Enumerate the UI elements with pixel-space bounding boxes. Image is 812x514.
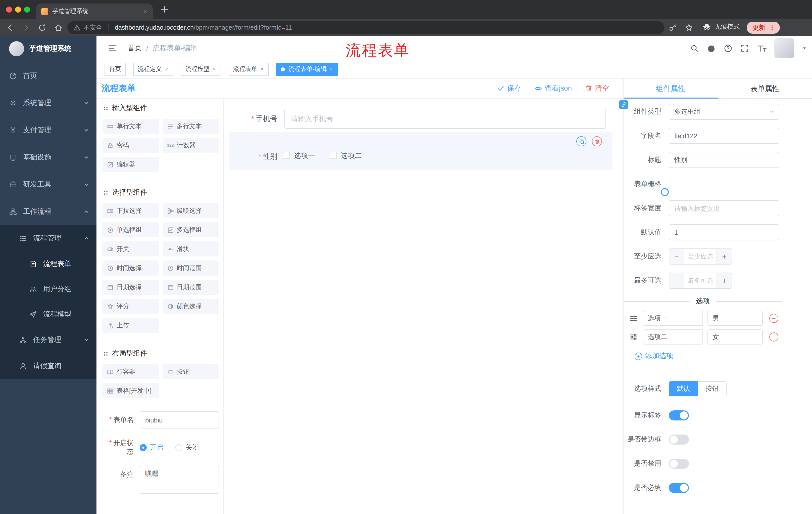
sidebar-item-leave-query[interactable]: 请假查询 [0, 353, 96, 379]
component-date-picker[interactable]: 日期选择 [103, 280, 159, 295]
avatar-caret-down-icon[interactable] [802, 46, 807, 51]
gender-option-label[interactable]: 选项二 [341, 152, 362, 160]
component-upload[interactable]: 上传 [103, 318, 159, 333]
tag-home[interactable]: 首页 [105, 63, 126, 76]
selected-field-gender[interactable]: 性别 选项一 选项二 [229, 132, 612, 170]
default-value-input[interactable] [669, 224, 779, 240]
browser-tab[interactable]: 芋道管理系统 [36, 3, 153, 19]
component-time-range[interactable]: 时间范围 [163, 261, 219, 276]
sidebar-item-process-model[interactable]: 流程模型 [0, 302, 96, 327]
sidebar-item-workflow[interactable]: 工作流程 [0, 198, 96, 225]
component-multi-line-text[interactable]: 多行文本 [163, 119, 219, 134]
tab-close-icon[interactable] [143, 9, 148, 14]
search-icon[interactable] [690, 44, 699, 53]
option-drag-handle-icon[interactable] [630, 314, 638, 322]
browser-update-button[interactable]: 更新 [747, 22, 780, 34]
component-table[interactable]: 表格[开发中] [103, 383, 159, 398]
component-slider[interactable]: 滑块 [163, 241, 219, 256]
option-value-input[interactable] [707, 329, 763, 345]
label-width-input[interactable] [669, 200, 779, 216]
border-toggle[interactable] [669, 435, 689, 444]
show-label-toggle[interactable] [669, 410, 689, 421]
sidebar-item-user-group[interactable]: 用户分组 [0, 277, 96, 302]
tab-component-props[interactable]: 组件属性 [624, 78, 718, 98]
form-name-input[interactable] [140, 411, 219, 429]
github-icon[interactable] [706, 44, 716, 53]
sidebar-logo[interactable]: 芋道管理系统 [0, 36, 96, 61]
tag-process-model[interactable]: 流程模型 [181, 63, 221, 76]
forward-icon[interactable] [22, 23, 31, 32]
home-icon[interactable] [54, 23, 63, 32]
tag-close-icon[interactable] [260, 67, 264, 72]
option-style-button-button[interactable]: 按钮 [698, 381, 727, 396]
stepper-value[interactable]: 至少应选 [685, 249, 717, 264]
gender-option-label[interactable]: 选项一 [294, 152, 315, 160]
component-counter[interactable]: 123计数器 [163, 138, 219, 153]
component-time-picker[interactable]: 时间选择 [103, 261, 159, 276]
component-editor[interactable]: 编辑器 [103, 157, 159, 172]
component-checkbox-group[interactable]: 多选框组 [163, 222, 219, 237]
sidebar-item-dashboard[interactable]: 首页 [0, 62, 96, 89]
option-name-input[interactable] [643, 329, 703, 345]
tag-close-icon[interactable] [329, 67, 334, 72]
fullscreen-icon[interactable] [740, 44, 749, 53]
sidebar-item-infrastructure[interactable]: 基础设施 [0, 144, 96, 171]
slider-handle[interactable] [661, 188, 669, 196]
sidebar-item-task-management[interactable]: 任务管理 [0, 327, 96, 353]
stepper-increase-button[interactable] [717, 249, 732, 264]
component-password[interactable]: 密码 [103, 138, 159, 153]
component-rate[interactable]: 评分 [103, 299, 159, 314]
sidebar-item-process-form[interactable]: 流程表单 [0, 251, 96, 277]
remove-option-button[interactable] [769, 332, 778, 342]
component-switch[interactable]: 开关 [103, 241, 159, 256]
component-cascader[interactable]: 级联选择 [163, 203, 219, 218]
address-bar[interactable]: 不安全 dashboard.yudao.iocoder.cn/bpm/manag… [67, 21, 664, 34]
tag-process-form-edit[interactable]: 流程表单-编辑 [277, 63, 338, 76]
component-single-line-text[interactable]: 单行文本 [103, 119, 159, 134]
help-icon[interactable] [724, 44, 733, 53]
font-size-icon[interactable] [757, 44, 767, 53]
stepper-increase-button[interactable] [717, 273, 732, 288]
sidebar-item-system[interactable]: 系统管理 [0, 89, 96, 117]
required-toggle[interactable] [669, 483, 689, 493]
reload-icon[interactable] [38, 23, 47, 32]
stepper-decrease-button[interactable] [669, 273, 685, 288]
phone-input[interactable] [284, 109, 606, 129]
view-json-button[interactable]: 查看json [534, 84, 572, 93]
tag-close-icon[interactable] [212, 67, 216, 72]
tag-process-definition[interactable]: 流程定义 [133, 63, 173, 76]
clear-button[interactable]: 清空 [585, 84, 609, 93]
component-button[interactable]: 按钮 [163, 364, 219, 379]
gender-checkbox-2[interactable] [330, 152, 337, 159]
gender-checkbox-1[interactable] [283, 152, 290, 159]
add-option-button[interactable]: 添加选项 [635, 352, 812, 360]
option-drag-handle-icon[interactable] [630, 333, 638, 341]
sidebar-item-payment[interactable]: 支付管理 [0, 117, 96, 144]
traffic-minimize-button[interactable] [15, 6, 21, 12]
tag-close-icon[interactable] [164, 67, 169, 72]
component-select[interactable]: 下拉选择 [103, 203, 159, 218]
copy-field-button[interactable] [576, 136, 586, 146]
form-remark-textarea[interactable]: 嘿嘿 [140, 466, 219, 494]
component-row-container[interactable]: 行容器 [103, 364, 159, 379]
tab-form-props[interactable]: 表单属性 [718, 78, 812, 98]
save-button[interactable]: 保存 [497, 84, 521, 93]
field-name-input[interactable] [669, 128, 779, 144]
new-tab-icon[interactable] [160, 4, 169, 14]
title-input[interactable] [669, 152, 779, 168]
user-avatar[interactable] [774, 38, 794, 58]
browser-menu-dots-icon[interactable] [768, 24, 776, 31]
component-type-select[interactable] [669, 104, 779, 120]
traffic-close-button[interactable] [6, 6, 12, 12]
password-key-icon[interactable] [668, 23, 677, 32]
disabled-toggle[interactable] [669, 459, 689, 469]
sidebar-collapse-icon[interactable] [108, 43, 118, 53]
sidebar-item-process-management[interactable]: 流程管理 [0, 225, 96, 251]
delete-field-button[interactable] [592, 136, 602, 146]
status-radio-off[interactable]: 关闭 [175, 443, 199, 452]
component-radio-group[interactable]: 单选框组 [103, 222, 159, 237]
option-value-input[interactable] [707, 311, 763, 326]
bookmark-star-icon[interactable] [685, 23, 693, 32]
option-style-default-button[interactable]: 默认 [669, 381, 698, 396]
remove-option-button[interactable] [769, 314, 778, 323]
